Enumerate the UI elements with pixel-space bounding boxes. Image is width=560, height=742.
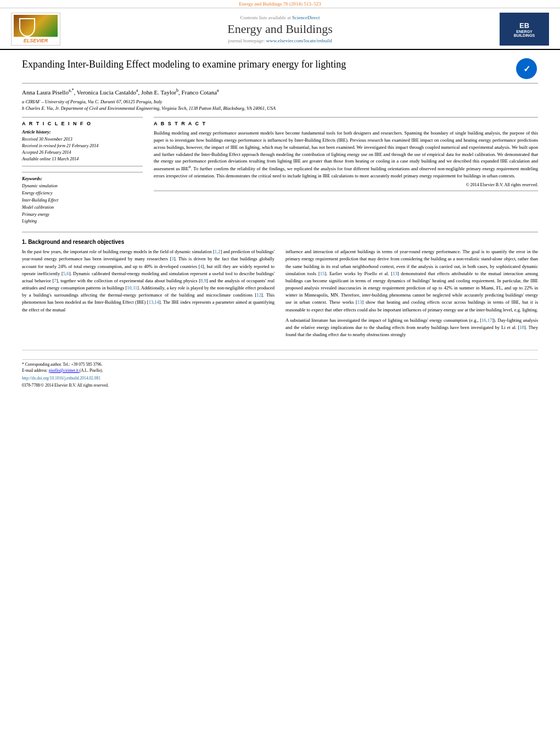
authors-section: Anna Laura Piselloa,*, Veronica Lucia Ca…: [22, 88, 538, 96]
correspondence-text: * Corresponding author. Tel.: +39 075 58…: [22, 362, 538, 368]
keyword-3: Inter-Building Effect: [22, 197, 143, 204]
header-center: Contents lists available at ScienceDirec…: [60, 15, 500, 43]
abstract-col: A B S T R A C T Building modeling and en…: [154, 117, 538, 225]
email-line: E-mail address: pisello@cirimet.it (A.L.…: [22, 368, 538, 374]
abstract-title: A B S T R A C T: [154, 121, 538, 126]
article-title-section: Expanding Inter-Building Effect modeling…: [22, 58, 538, 83]
abstract-copyright: © 2014 Elsevier B.V. All rights reserved…: [154, 182, 538, 187]
keyword-4: Model calibration: [22, 204, 143, 211]
section1-title: 1. Background and research objectives: [22, 239, 538, 245]
section1-number: 1.: [22, 239, 26, 245]
sciencedirect-link-text: ScienceDirect: [292, 15, 320, 20]
issn-line: 0378-7788/© 2014 Elsevier B.V. All right…: [22, 383, 538, 388]
sciencedirect-link[interactable]: ScienceDirect: [292, 15, 320, 20]
body-right-text-1: influence and interaction of adjacent bu…: [285, 248, 538, 314]
email-link[interactable]: pisello@cirimet.it: [49, 368, 80, 373]
article-title: Expanding Inter-Building Effect modeling…: [22, 58, 508, 71]
section-divider: [22, 232, 538, 232]
article-info-box: A R T I C L E I N F O Article history: R…: [22, 117, 143, 166]
affiliation-a: a CIRIAF – University of Perugia, Via C.…: [22, 99, 538, 105]
journal-homepage: journal homepage: www.elsevier.com/locat…: [71, 38, 489, 43]
journal-ref-text: Energy and Buildings 76 (2014) 513–523: [239, 1, 321, 7]
body-left-col: In the past few years, the important rol…: [22, 248, 275, 342]
journal-logo-label: ENERGY BUILDINGS: [514, 30, 535, 37]
homepage-text: journal homepage:: [228, 38, 265, 43]
article-info-col: A R T I C L E I N F O Article history: R…: [22, 117, 143, 225]
keyword-5: Primary energy: [22, 211, 143, 219]
keywords-label: Keywords:: [22, 176, 143, 181]
keyword-2: Energy efficiency: [22, 190, 143, 197]
elsevier-logo-graphic: [14, 15, 58, 37]
homepage-url: www.elsevier.com/locate/enbuild: [266, 38, 332, 43]
abstract-section: A B S T R A C T Building modeling and en…: [154, 117, 538, 191]
email-text: pisello@cirimet.it: [49, 368, 79, 373]
article-info-title: A R T I C L E I N F O: [22, 121, 143, 126]
journal-logo-text: EB: [519, 21, 529, 30]
correspondence-note: * Corresponding author. Tel.: +39 075 58…: [22, 359, 538, 373]
journal-header: ELSEVIER Contents lists available at Sci…: [0, 8, 560, 50]
received-date: Received 30 November 2013: [22, 136, 143, 143]
doi-link[interactable]: http://dx.doi.org/10.1016/j.enbuild.2014…: [22, 376, 100, 381]
crossmark-badge[interactable]: ✓: [516, 58, 538, 80]
page: Energy and Buildings 76 (2014) 513–523 E…: [0, 0, 560, 396]
elsevier-logo: ELSEVIER: [11, 13, 60, 46]
available-date: Available online 13 March 2014: [22, 156, 143, 163]
article-footer: * Corresponding author. Tel.: +39 075 58…: [22, 350, 538, 388]
affiliations: a CIRIAF – University of Perugia, Via C.…: [22, 99, 538, 112]
journal-title: Energy and Buildings: [71, 22, 489, 36]
sciencedirect-text: Contents lists available at: [240, 15, 291, 20]
correspondence-label: * Corresponding author. Tel.: +39 075 58…: [22, 362, 102, 367]
journal-logo-right: EB ENERGY BUILDINGS: [500, 13, 549, 46]
keyword-1: Dynamic simulation: [22, 183, 143, 190]
authors-text: Anna Laura Piselloa,*, Veronica Lucia Ca…: [22, 89, 219, 96]
accepted-date: Accepted 26 February 2014: [22, 149, 143, 156]
info-abstract-row: A R T I C L E I N F O Article history: R…: [22, 117, 538, 225]
homepage-link[interactable]: www.elsevier.com/locate/enbuild: [266, 38, 332, 43]
revised-date: Received in revised form 21 February 201…: [22, 143, 143, 149]
article-history-label: Article history:: [22, 129, 143, 135]
doi-text: http://dx.doi.org/10.1016/j.enbuild.2014…: [22, 376, 100, 381]
email-suffix: (A.L. Pisello).: [80, 368, 103, 373]
elsevier-label: ELSEVIER: [24, 38, 48, 43]
body-right-col: influence and interaction of adjacent bu…: [285, 248, 538, 342]
main-content: Expanding Inter-Building Effect modeling…: [0, 50, 560, 396]
email-label: E-mail address:: [22, 368, 48, 373]
sciencedirect-line: Contents lists available at ScienceDirec…: [71, 15, 489, 20]
abstract-text: Building modeling and energy performance…: [154, 130, 538, 179]
keywords-section: Keywords: Dynamic simulation Energy effi…: [22, 172, 143, 225]
body-left-text: In the past few years, the important rol…: [22, 248, 275, 314]
keyword-6: Lighting: [22, 218, 143, 225]
issn-text: 0378-7788/© 2014 Elsevier B.V. All right…: [22, 383, 109, 388]
section1-title-text: Background and research objectives: [28, 239, 124, 245]
doi-line: http://dx.doi.org/10.1016/j.enbuild.2014…: [22, 376, 538, 381]
affiliation-b: b Charles E. Via, Jr. Department of Civi…: [22, 105, 538, 112]
crossmark-label: ✓: [523, 64, 530, 74]
crossmark-icon: ✓: [516, 58, 537, 79]
body-right-text-2: A substantial literature has investigate…: [285, 317, 538, 339]
journal-ref-line: Energy and Buildings 76 (2014) 513–523: [0, 0, 560, 8]
body-two-col: In the past few years, the important rol…: [22, 248, 538, 342]
